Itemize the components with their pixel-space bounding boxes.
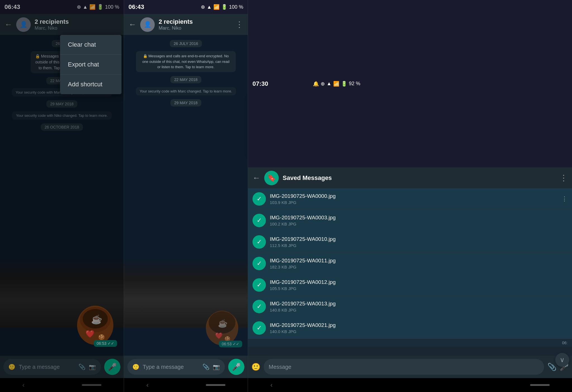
signal-icon-3: ⊕ bbox=[321, 81, 325, 87]
back-button-2[interactable]: ← bbox=[128, 20, 136, 29]
saved-item-name-2: IMG-20190725-WA0010.jpg bbox=[270, 236, 568, 242]
input-field-3[interactable]: Message bbox=[264, 359, 544, 375]
emoji-icon-2[interactable]: 🙂 bbox=[132, 364, 139, 370]
date-badge-may22-2: 22 MAY 2018 bbox=[170, 76, 202, 83]
saved-item-name-6: IMG-20190725-WA0021.jpg bbox=[270, 322, 568, 328]
attach-icon-2[interactable]: 📎 bbox=[202, 364, 209, 370]
saved-item-more-0[interactable]: ⋮ bbox=[561, 195, 568, 203]
nav-back-3[interactable]: ‹ bbox=[270, 381, 273, 389]
saved-messages-list: ✓ IMG-20190725-WA0000.jpg 103.9 KB JPG ⋮… bbox=[248, 188, 572, 356]
wifi-icon-3: ▲ bbox=[326, 81, 332, 87]
status-icons-2: ⊕ ▲ 📶 🔋 100 % bbox=[201, 4, 243, 10]
avatar-3: 🔖 bbox=[264, 171, 279, 185]
saved-item-info-0: IMG-20190725-WA0000.jpg 103.9 KB JPG bbox=[270, 193, 557, 205]
saved-item-name-1: IMG-20190725-WA0003.jpg bbox=[270, 215, 568, 221]
saved-item-info-4: IMG-20190725-WA0012.jpg 105.5 KB JPG bbox=[270, 279, 568, 291]
saved-item-meta-1: 100.2 KB JPG bbox=[270, 222, 568, 226]
attach-btn-3[interactable]: 📎 bbox=[547, 363, 556, 371]
saved-item-info-6: IMG-20190725-WA0021.jpg 140.0 KB JPG bbox=[270, 322, 568, 334]
bottom-nav-3: ‹ bbox=[248, 378, 572, 392]
saved-item-info-1: IMG-20190725-WA0003.jpg 100.2 KB JPG bbox=[270, 215, 568, 226]
battery-pct-2: 100 % bbox=[229, 4, 243, 10]
saved-item-0[interactable]: ✓ IMG-20190725-WA0000.jpg 103.9 KB JPG ⋮ bbox=[248, 188, 572, 210]
svg-text:❤️: ❤️ bbox=[215, 332, 223, 339]
saved-item-info-2: IMG-20190725-WA0010.jpg 112.5 KB JPG bbox=[270, 236, 568, 248]
panel-1: 06:43 ⊕ ▲ 📶 🔋 100 % ← 👤 2 recipients Mar… bbox=[0, 0, 124, 392]
saved-item-name-4: IMG-20190725-WA0012.jpg bbox=[270, 279, 568, 285]
saved-item-meta-2: 112.5 KB JPG bbox=[270, 243, 568, 248]
chat-header-2: ← 👤 2 recipients Marc, Niko ⋮ bbox=[124, 14, 248, 35]
signal-icon-2: ⊕ bbox=[201, 4, 205, 10]
emoji-btn-3[interactable]: 🙂 bbox=[251, 363, 260, 371]
saved-item-meta-6: 140.0 KB JPG bbox=[270, 329, 568, 334]
nav-back-2[interactable]: ‹ bbox=[146, 381, 149, 389]
saved-item-meta-4: 105.5 KB JPG bbox=[270, 286, 568, 291]
date-badge-may29-2: 29 MAY 2018 bbox=[170, 99, 202, 106]
input-bar-3: 🙂 Message 📎 🎤 bbox=[248, 356, 572, 378]
saved-item-4[interactable]: ✓ IMG-20190725-WA0012.jpg 105.5 KB JPG bbox=[248, 274, 572, 296]
time-2: 06:43 bbox=[128, 3, 144, 11]
battery-pct-3: 92 % bbox=[349, 81, 360, 87]
chat-body-2: 26 JULY 2016 🔒 Messages and calls are en… bbox=[124, 35, 248, 356]
saved-item-2[interactable]: ✓ IMG-20190725-WA0010.jpg 112.5 KB JPG bbox=[248, 231, 572, 253]
input-field-2[interactable]: 🙂 Type a message 📎 📷 bbox=[127, 359, 225, 375]
battery-icon-2: 🔋 bbox=[221, 4, 227, 10]
saved-item-info-3: IMG-20190725-WA0011.jpg 182.3 KB JPG bbox=[270, 258, 568, 269]
check-icon-0: ✓ bbox=[252, 192, 266, 206]
svg-text:☕: ☕ bbox=[218, 319, 228, 328]
bottom-nav-2: ‹ bbox=[124, 378, 248, 392]
signal-bars-icon-2: 📶 bbox=[213, 4, 220, 10]
saved-item-info-5: IMG-20190725-WA0013.jpg 140.8 KB JPG bbox=[270, 301, 568, 312]
header-info-2: 2 recipients Marc, Niko bbox=[159, 18, 232, 31]
header-info-3: Saved Messages bbox=[283, 174, 556, 182]
encryption-msg-2[interactable]: 🔒 Messages and calls are end-to-end encr… bbox=[136, 51, 235, 72]
notification-icon-3: 🔔 bbox=[313, 81, 319, 87]
menu-item-add-shortcut[interactable]: Add shortcut bbox=[60, 75, 121, 94]
panel-3: 07:30 🔔 ⊕ ▲ 📶 🔋 92 % ← 🔖 Saved Messages … bbox=[248, 0, 572, 392]
more-button-2[interactable]: ⋮ bbox=[235, 20, 243, 29]
mic-button-2[interactable]: 🎤 bbox=[228, 359, 244, 375]
check-icon-4: ✓ bbox=[252, 278, 266, 292]
nav-pill-3 bbox=[530, 384, 550, 386]
camera-icon-2[interactable]: 📷 bbox=[213, 364, 220, 370]
msg-time-2: 06:53 ✓✓ bbox=[219, 341, 242, 347]
scroll-down-button[interactable]: ∨ bbox=[555, 353, 569, 367]
saved-item-5[interactable]: ✓ IMG-20190725-WA0013.jpg 140.8 KB JPG bbox=[248, 296, 572, 317]
saved-item-meta-5: 140.8 KB JPG bbox=[270, 308, 568, 312]
saved-item-meta-0: 103.9 KB JPG bbox=[270, 200, 557, 205]
status-icons-3: 🔔 ⊕ ▲ 📶 🔋 92 % bbox=[313, 81, 360, 87]
chat-name-2: 2 recipients bbox=[159, 18, 232, 25]
saved-item-name-0: IMG-20190725-WA0000.jpg bbox=[270, 193, 557, 199]
sticker-area-2: ☕ ❤️ 🍪 06:53 ✓✓ bbox=[127, 110, 244, 352]
status-bar-3: 07:30 🔔 ⊕ ▲ 📶 🔋 92 % bbox=[248, 0, 365, 167]
input-placeholder-2: Type a message bbox=[143, 364, 199, 370]
avatar-2: 👤 bbox=[140, 17, 155, 32]
menu-item-clear-chat[interactable]: Clear chat bbox=[60, 35, 121, 55]
chat-header-3: ← 🔖 Saved Messages ⋮ bbox=[248, 167, 572, 188]
menu-item-export-chat[interactable]: Export chat bbox=[60, 55, 121, 75]
chat-subtitle-2: Marc, Niko bbox=[159, 25, 232, 31]
signal-bars-icon-3: 📶 bbox=[333, 81, 339, 87]
panel-2: 06:43 ⊕ ▲ 📶 🔋 100 % ← 👤 2 recipients Mar… bbox=[124, 0, 248, 392]
check-icon-6: ✓ bbox=[252, 321, 266, 335]
check-icon-2: ✓ bbox=[252, 235, 266, 249]
saved-item-meta-3: 182.3 KB JPG bbox=[270, 265, 568, 269]
more-button-3[interactable]: ⋮ bbox=[560, 173, 568, 182]
check-icon-1: ✓ bbox=[252, 214, 266, 227]
time-3: 07:30 bbox=[252, 80, 268, 87]
security-code-msg-3[interactable]: Your security code with Marc changed. Ta… bbox=[136, 87, 236, 95]
last-timestamp: 06: bbox=[248, 339, 572, 347]
saved-item-name-5: IMG-20190725-WA0013.jpg bbox=[270, 301, 568, 307]
nav-pill-2 bbox=[206, 384, 225, 386]
dropdown-menu: Clear chat Export chat Add shortcut bbox=[60, 35, 121, 94]
saved-item-3[interactable]: ✓ IMG-20190725-WA0011.jpg 182.3 KB JPG bbox=[248, 253, 572, 274]
saved-item-1[interactable]: ✓ IMG-20190725-WA0003.jpg 100.2 KB JPG bbox=[248, 210, 572, 231]
battery-icon-3: 🔋 bbox=[341, 81, 347, 87]
check-icon-3: ✓ bbox=[252, 257, 266, 270]
saved-item-6[interactable]: ✓ IMG-20190725-WA0021.jpg 140.0 KB JPG bbox=[248, 317, 572, 339]
input-placeholder-3: Message bbox=[269, 364, 539, 370]
chat-name-3: Saved Messages bbox=[283, 174, 556, 182]
wifi-icon-2: ▲ bbox=[207, 4, 212, 10]
input-bar-2: 🙂 Type a message 📎 📷 🎤 bbox=[124, 356, 248, 378]
back-button-3[interactable]: ← bbox=[252, 174, 260, 182]
